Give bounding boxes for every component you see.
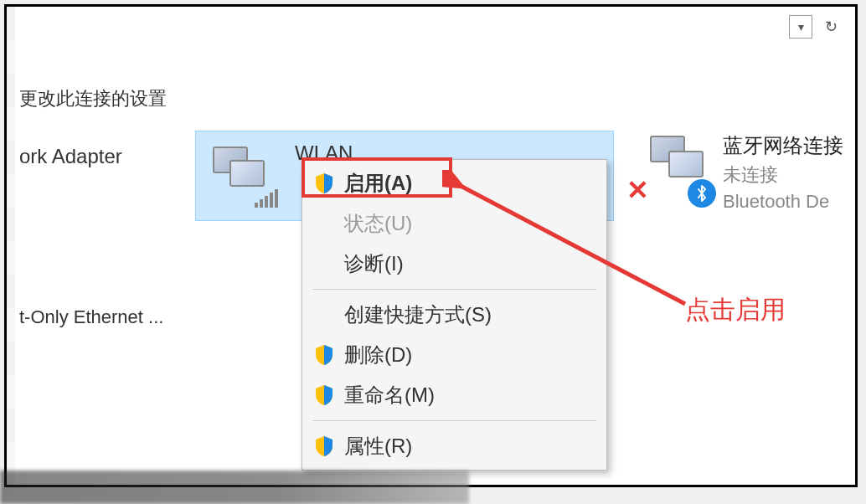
dropdown-button[interactable]: ▾ xyxy=(789,15,812,39)
shield-icon xyxy=(314,172,334,194)
menu-separator xyxy=(312,289,596,290)
context-menu: 启用(A) 状态(U) 诊断(I) 创建快捷方式(S) 删除(D) xyxy=(302,159,607,471)
annotation-text: 点击启用 xyxy=(685,293,786,327)
menu-diagnose[interactable]: 诊断(I) xyxy=(304,244,605,284)
shield-icon xyxy=(314,384,334,406)
left-edge-decoration xyxy=(7,7,15,485)
network-connections-window: ▾ ↻ 更改此连接的设置 ork Adapter t-Only Ethernet… xyxy=(4,4,858,487)
menu-enable[interactable]: 启用(A) xyxy=(304,163,605,203)
chevron-down-icon: ▾ xyxy=(798,20,804,33)
bluetooth-adapter-item[interactable]: ✕ 蓝牙网络连接 未连接 Bluetooth De xyxy=(643,132,843,213)
signal-bars-icon xyxy=(255,189,278,208)
menu-separator xyxy=(312,420,596,421)
menu-rename-label: 重命名(M) xyxy=(344,382,435,409)
refresh-icon: ↻ xyxy=(825,18,838,36)
menu-rename[interactable]: 重命名(M) xyxy=(304,375,605,415)
settings-header[interactable]: 更改此连接的设置 xyxy=(19,86,167,111)
shield-icon xyxy=(314,344,334,366)
menu-diagnose-label: 诊断(I) xyxy=(344,250,404,277)
bluetooth-network-icon: ✕ xyxy=(643,132,714,208)
menu-delete[interactable]: 删除(D) xyxy=(304,335,605,375)
toolbar: ▾ ↻ xyxy=(789,15,843,39)
menu-delete-label: 删除(D) xyxy=(344,342,412,368)
menu-status-label: 状态(U) xyxy=(344,210,412,237)
menu-create-shortcut-label: 创建快捷方式(S) xyxy=(344,301,492,328)
bluetooth-status: 未连接 xyxy=(723,162,843,188)
menu-enable-label: 启用(A) xyxy=(344,170,412,197)
menu-properties[interactable]: 属性(R) xyxy=(304,426,605,466)
bluetooth-name: 蓝牙网络连接 xyxy=(723,132,843,159)
bluetooth-text: 蓝牙网络连接 未连接 Bluetooth De xyxy=(723,132,843,213)
adapter-label-partial: ork Adapter xyxy=(19,145,122,168)
disconnected-cross-icon: ✕ xyxy=(626,174,649,206)
shield-icon xyxy=(314,435,334,457)
ethernet-label-partial: t-Only Ethernet ... xyxy=(19,306,163,328)
taskbar-blur xyxy=(0,471,469,504)
menu-properties-label: 属性(R) xyxy=(344,433,412,460)
wlan-network-icon xyxy=(209,145,280,208)
bluetooth-desc: Bluetooth De xyxy=(723,191,843,213)
refresh-button[interactable]: ↻ xyxy=(819,15,843,39)
bluetooth-badge-icon xyxy=(688,179,716,208)
menu-status: 状态(U) xyxy=(304,203,605,244)
menu-create-shortcut[interactable]: 创建快捷方式(S) xyxy=(304,295,605,335)
